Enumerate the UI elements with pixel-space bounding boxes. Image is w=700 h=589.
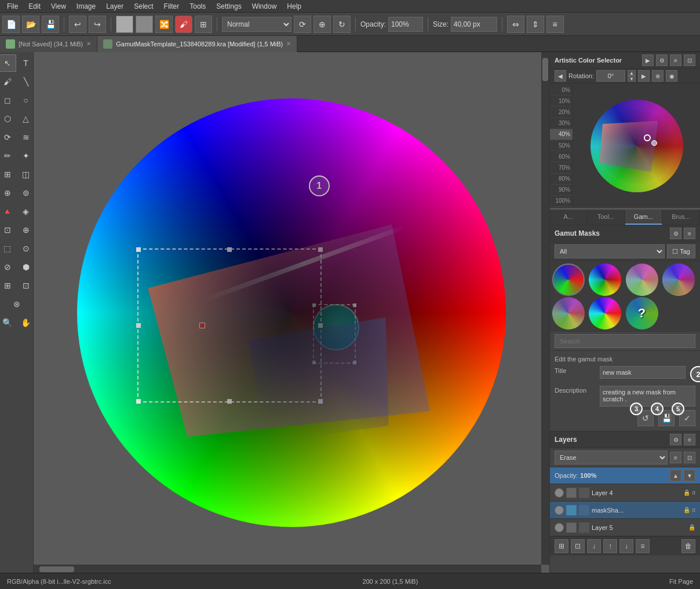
menu-tools[interactable]: Tools (185, 1, 210, 12)
tag-button[interactable]: ☐ Tag (667, 244, 695, 258)
menu-layer[interactable]: Layer (101, 1, 128, 12)
crop-tool[interactable]: ⊡ (0, 221, 16, 239)
delete-layer-button[interactable]: 🗑 (681, 539, 695, 553)
panel-configure-button[interactable]: ⚙ (656, 54, 668, 66)
grid-button[interactable]: ⊞ (195, 16, 212, 33)
layer-filter2-button[interactable]: ⊡ (684, 452, 695, 463)
pct-60[interactable]: 60% (550, 151, 573, 162)
mask-thumb-5[interactable] (552, 297, 585, 330)
mask-thumb-7[interactable]: ? (626, 297, 658, 330)
transform-tool[interactable]: ⊕ (17, 221, 35, 239)
rotation-down[interactable]: ▼ (628, 76, 636, 82)
pct-10[interactable]: 10% (550, 96, 573, 107)
erase-tool[interactable]: ◻ (0, 92, 16, 109)
pct-90[interactable]: 90% (550, 185, 573, 196)
pct-70[interactable]: 70% (550, 162, 573, 173)
layer-5-visibility[interactable] (555, 523, 564, 532)
gamut-close[interactable]: ≡ (684, 228, 695, 239)
redo-button[interactable]: ↪ (89, 16, 106, 33)
reset-button[interactable]: ⟳ (294, 16, 311, 33)
mirror-v-button[interactable]: ⇕ (527, 16, 544, 33)
panel-detach-button[interactable]: ⊡ (684, 54, 695, 66)
polygon-tool[interactable]: ⬡ (0, 110, 16, 127)
panel-close-panel-button[interactable]: ≡ (670, 54, 681, 66)
blend-mode-select[interactable]: Normal (222, 17, 291, 32)
move-up-button[interactable]: ↑ (603, 539, 617, 553)
paint-tool[interactable]: 🖌 (0, 73, 16, 90)
menu-edit[interactable]: Edit (24, 1, 45, 12)
color-swap-button[interactable]: 🔀 (155, 16, 173, 33)
reset-mask-button[interactable]: ↺ 3 (637, 410, 654, 426)
selection-paint[interactable]: ⊞ (0, 277, 16, 294)
menu-settings[interactable]: Settings (212, 1, 246, 12)
tab-gamut[interactable]: Gam... (625, 210, 663, 225)
layer-item-5[interactable]: Layer 5 🔒 (550, 519, 700, 536)
properties-button[interactable]: ≡ (636, 539, 650, 553)
menu-window[interactable]: Window (247, 1, 282, 12)
pct-40[interactable]: 40% (550, 129, 573, 140)
pct-0[interactable]: 0% (550, 85, 573, 96)
tab-not-saved[interactable]: [Not Saved] (34,1 MiB) ✕ (0, 36, 97, 52)
open-button[interactable]: 📂 (22, 16, 39, 33)
zoom-tool[interactable]: 🔍 (0, 314, 16, 331)
opacity-input[interactable] (388, 17, 423, 32)
title-input[interactable] (600, 366, 686, 379)
layer-filter-button[interactable]: ≡ (670, 452, 681, 463)
measure-tool[interactable]: ⊕ (0, 184, 16, 202)
opacity-down[interactable]: ▼ (684, 470, 695, 481)
color-picker[interactable]: 🔺 (0, 203, 16, 220)
smear-tool[interactable]: ≋ (17, 129, 35, 146)
fit-page[interactable]: Fit Page (669, 578, 693, 585)
tab-close-1[interactable]: ✕ (86, 41, 91, 47)
hue-button[interactable]: ◉ (666, 70, 677, 82)
pct-80[interactable]: 80% (550, 174, 573, 185)
size-input[interactable] (451, 17, 497, 32)
vertical-scrollbar[interactable] (541, 52, 549, 565)
brush-preset-button[interactable]: 🖌 (175, 16, 192, 33)
scrollbar-thumb-v[interactable] (542, 58, 548, 81)
panel-play-button[interactable]: ▶ (642, 54, 654, 66)
lasso-tool[interactable]: ⊘ (0, 258, 16, 276)
save-button[interactable]: 💾 (42, 16, 59, 33)
rotation-input[interactable] (596, 70, 625, 82)
reference-tool[interactable]: ⊚ (17, 184, 35, 202)
opacity-up[interactable]: ▲ (670, 470, 681, 481)
pan-tool[interactable]: ✋ (17, 314, 35, 331)
duplicate-layer-button[interactable]: ↓ (587, 539, 601, 553)
undo-button[interactable]: ↩ (69, 16, 86, 33)
text-tool[interactable]: T (17, 54, 35, 72)
add-layer-button[interactable]: ⊞ (555, 539, 568, 553)
tab-gamut[interactable]: GamutMaskTemplate_1538408289.kra [Modifi… (97, 36, 297, 52)
line-tool[interactable]: ╲ (17, 73, 35, 90)
gradient-tool[interactable]: ◫ (17, 166, 35, 183)
ellipse-tool[interactable]: ○ (17, 92, 35, 109)
smart-select[interactable]: ⊡ (17, 277, 35, 294)
menu-view[interactable]: View (46, 1, 71, 12)
gamut-configure[interactable]: ⚙ (670, 228, 681, 239)
settings-button[interactable]: ≡ (546, 16, 564, 33)
mask-thumb-4[interactable] (662, 264, 695, 296)
menu-filter[interactable]: Filter (159, 1, 184, 12)
tab-brush[interactable]: Brus... (662, 210, 700, 225)
filter-select[interactable]: All (555, 244, 665, 258)
calligraphy-tool[interactable]: ✏ (0, 147, 16, 164)
ellipse-select[interactable]: ⊙ (17, 240, 35, 257)
menu-file[interactable]: File (2, 1, 23, 12)
menu-select[interactable]: Select (129, 1, 158, 12)
mini-wheel-container[interactable] (573, 83, 700, 208)
layers-configure[interactable]: ⚙ (670, 434, 681, 445)
smart-brush-tool[interactable]: ✦ (17, 147, 35, 164)
tab-artistic[interactable]: A... (550, 210, 588, 225)
mask-thumb-6[interactable] (589, 297, 621, 330)
pct-50[interactable]: 50% (550, 140, 573, 151)
rotate-button[interactable]: ↻ (333, 16, 351, 33)
menu-image[interactable]: Image (72, 1, 100, 12)
poly-lasso-tool[interactable]: ⬢ (17, 258, 35, 276)
mask-thumb-2[interactable] (589, 264, 621, 296)
mask-thumb-3[interactable] (626, 264, 658, 296)
scrollbar-thumb-h[interactable] (39, 566, 74, 572)
fill-tool[interactable]: ⊞ (0, 166, 16, 183)
horizontal-scrollbar[interactable] (34, 565, 541, 573)
mini-color-wheel[interactable] (590, 100, 683, 192)
rotation-next-button[interactable]: ▶ (638, 70, 650, 82)
